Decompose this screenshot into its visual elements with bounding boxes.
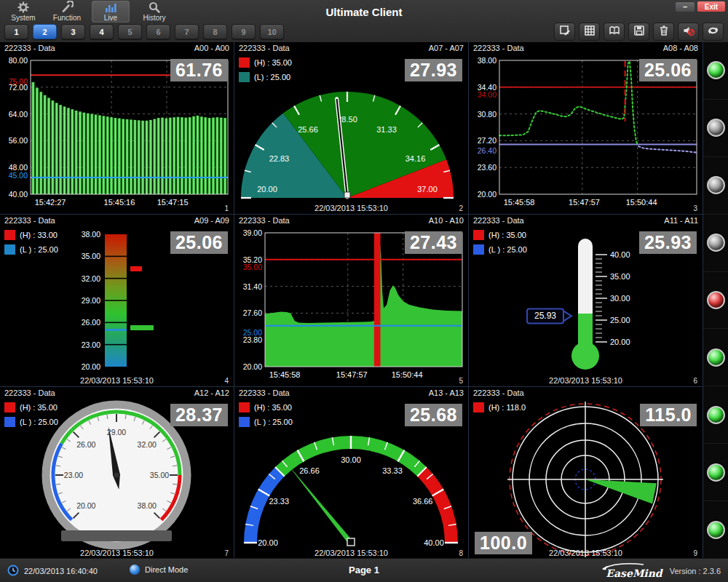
delete-button[interactable] xyxy=(653,23,674,41)
logbook-button[interactable] xyxy=(604,23,625,41)
book-icon xyxy=(609,25,620,39)
panel-channel: A10 - A10 xyxy=(429,216,464,228)
led-indicator-5[interactable] xyxy=(703,272,728,330)
svg-text:15:45:58: 15:45:58 xyxy=(269,370,301,379)
timestamp: 22/03/2013 15:53:10 xyxy=(469,549,703,557)
window-controls: – Exit xyxy=(676,1,725,12)
panel-title: 222333 - Data xyxy=(239,216,290,228)
svg-text:31.33: 31.33 xyxy=(376,125,397,134)
svg-text:29.00: 29.00 xyxy=(82,296,100,305)
toolbar xyxy=(554,23,700,41)
page-tab-9[interactable]: 9 xyxy=(232,24,256,39)
legend-low-swatch xyxy=(473,244,484,255)
led-indicator-3[interactable] xyxy=(703,157,728,215)
legend: (H) : 118.0 xyxy=(473,402,526,412)
led-indicator-4[interactable] xyxy=(703,215,728,272)
timestamp: 22/03/2013 15:53:10 xyxy=(234,549,468,557)
panel-channel: A11 - A11 xyxy=(664,216,698,228)
svg-text:33.33: 33.33 xyxy=(382,466,403,475)
panel-title: 222333 - Data xyxy=(4,216,55,228)
value-display: 25.68 xyxy=(405,404,462,426)
panel-channel: A13 - A13 xyxy=(429,388,464,400)
edit-layout-button[interactable] xyxy=(554,23,575,41)
panel-a13[interactable]: 222333 - DataA13 - A13 20.0023.3326.6630… xyxy=(234,387,468,559)
legend-high-swatch xyxy=(473,402,484,412)
svg-text:25.66: 25.66 xyxy=(298,125,318,134)
svg-text:23.33: 23.33 xyxy=(269,497,290,506)
svg-text:39.00: 39.00 xyxy=(243,228,262,237)
led-lamp xyxy=(707,234,725,252)
timestamp: 22/03/2013 15:53:10 xyxy=(469,376,703,385)
minimize-icon: – xyxy=(683,4,687,9)
refresh-arrows-icon xyxy=(707,25,719,39)
led-lamp xyxy=(707,463,725,482)
mute-button[interactable] xyxy=(678,23,699,41)
panel-number: 9 xyxy=(693,549,697,557)
panel-a08[interactable]: 222333 - DataA08 - A08 38.0034.4030.8027… xyxy=(469,42,703,214)
led-lamp xyxy=(707,291,725,309)
svg-text:20.00: 20.00 xyxy=(478,190,496,199)
led-lamp xyxy=(707,348,725,367)
page-tab-3[interactable]: 3 xyxy=(61,24,85,39)
refresh-button[interactable] xyxy=(703,23,724,41)
panel-a07[interactable]: 222333 - DataA07 - A07 20.0022.8325.6628… xyxy=(234,42,468,214)
led-indicator-7[interactable] xyxy=(703,386,728,444)
legend-high-swatch xyxy=(4,402,15,412)
svg-text:38.00: 38.00 xyxy=(82,230,100,239)
minimize-button[interactable]: – xyxy=(676,2,695,12)
alarm-led-column xyxy=(703,42,728,559)
page-tab-5[interactable]: 5 xyxy=(118,24,142,39)
status-right: EaseMind Version : 2.3.6 xyxy=(606,563,721,579)
legend-low-swatch xyxy=(4,417,15,427)
panel-number: 4 xyxy=(224,377,229,385)
save-button[interactable] xyxy=(628,23,649,41)
page-tab-1[interactable]: 1 xyxy=(4,24,28,39)
grid-view-button[interactable] xyxy=(579,23,600,41)
svg-text:26.40: 26.40 xyxy=(478,146,496,155)
led-indicator-2[interactable] xyxy=(703,100,728,157)
value-display: 115.0 xyxy=(640,404,697,426)
page-tab-6[interactable]: 6 xyxy=(146,24,170,39)
svg-text:23.80: 23.80 xyxy=(243,335,262,344)
page-tab-7[interactable]: 7 xyxy=(175,24,199,39)
led-indicator-1[interactable] xyxy=(703,42,728,100)
page-tab-4[interactable]: 4 xyxy=(90,24,114,39)
svg-text:15:42:27: 15:42:27 xyxy=(35,198,66,207)
panel-number: 5 xyxy=(459,377,463,385)
page-tab-10[interactable]: 10 xyxy=(260,24,284,39)
panel-a09[interactable]: 222333 - DataA09 - A09 38.0035.0032.0029… xyxy=(0,215,234,386)
svg-text:32.00: 32.00 xyxy=(82,274,100,283)
panel-a10[interactable]: 222333 - DataA10 - A10 39.0035.2031.4027… xyxy=(234,215,468,386)
led-indicator-9[interactable] xyxy=(703,501,728,559)
svg-text:20.00: 20.00 xyxy=(76,501,95,510)
panel-a11[interactable]: 222333 - DataA11 - A11 40.0035.0030.0025… xyxy=(469,215,703,386)
svg-text:25.93: 25.93 xyxy=(534,311,556,321)
svg-text:37.00: 37.00 xyxy=(417,185,438,194)
page-tab-8[interactable]: 8 xyxy=(203,24,227,39)
panel-channel: A07 - A07 xyxy=(429,44,464,55)
svg-text:30.00: 30.00 xyxy=(341,455,361,464)
panel-a12[interactable]: 222333 - DataA12 - A12 20.0023.0026.0029… xyxy=(0,387,234,559)
panel-a00[interactable]: 222333 - DataA00 - A00 80.0072.0064.0056… xyxy=(0,42,234,214)
top-bar: System Function Live History U xyxy=(0,0,728,42)
led-indicator-6[interactable] xyxy=(703,329,728,386)
svg-text:23.60: 23.60 xyxy=(478,163,496,172)
legend-high-swatch xyxy=(239,402,250,412)
svg-text:32.00: 32.00 xyxy=(138,440,157,449)
led-indicator-8[interactable] xyxy=(703,444,728,501)
panel-a14-radar[interactable]: 222333 - Data (H) : 118.0 115.0 100.0 22… xyxy=(469,387,703,559)
legend: (H) : 35.00 (L ) : 25.00 xyxy=(473,230,527,255)
page-tab-2[interactable]: 2 xyxy=(33,24,57,39)
svg-text:34.16: 34.16 xyxy=(405,154,426,163)
svg-text:75.00: 75.00 xyxy=(9,77,28,86)
svg-text:26.66: 26.66 xyxy=(299,466,320,475)
svg-text:20.00: 20.00 xyxy=(243,362,262,371)
version-label: Version : 2.3.6 xyxy=(670,567,721,575)
svg-text:80.00: 80.00 xyxy=(9,56,28,65)
exit-button[interactable]: Exit xyxy=(697,1,725,12)
trash-icon xyxy=(658,25,670,39)
svg-text:40.00: 40.00 xyxy=(424,538,444,547)
timestamp: 22/03/2013 15:53:10 xyxy=(0,376,234,385)
legend: (H) : 35.00 (L) : 25.00 xyxy=(239,57,292,82)
panel-number: 2 xyxy=(459,204,463,212)
